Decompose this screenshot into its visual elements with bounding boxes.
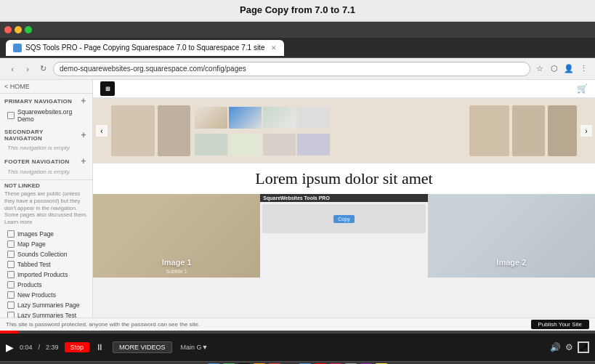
profile-icon[interactable]: 👤 (563, 63, 575, 75)
list-item[interactable]: Sounds Collection (4, 249, 88, 259)
mini-screenshot (229, 134, 262, 155)
menu-icon[interactable]: ⋮ (578, 63, 589, 75)
mini-screenshot (195, 134, 227, 155)
tab-favicon (13, 44, 22, 52)
list-item[interactable]: Lazy Summaries Test (4, 310, 88, 318)
gallery-next-button[interactable]: › (580, 125, 592, 137)
url-field[interactable]: demo-squarewebsites-org.squarespace.com/… (53, 62, 530, 76)
sidebar-item-demo[interactable]: Squarewebsites.org Demo (4, 107, 88, 124)
pause-icon[interactable]: ⏸ (95, 342, 104, 352)
tab-close-icon[interactable]: ✕ (271, 44, 277, 52)
publish-button[interactable]: Publish Your Site (531, 320, 590, 329)
window-title: Page Copy from 7.0 to 7.1 (240, 4, 355, 15)
panel-3: Image 2 (428, 194, 595, 278)
not-linked-section: NOT LINKED These pages are public (unles… (0, 179, 92, 318)
primary-nav-label: PRIMARY NAVIGATION (4, 98, 72, 105)
fullscreen-button[interactable]: ⤢ (578, 341, 589, 353)
page-icon (7, 281, 15, 288)
gallery-thumb[interactable] (512, 105, 545, 156)
video-time-total: 2:39 (46, 344, 59, 351)
list-item[interactable]: Imported Products (4, 270, 88, 280)
sqs-screenshot-area: Copy (262, 204, 425, 233)
stop-button[interactable]: Stop (65, 342, 90, 352)
tab-label: SQS Tools PRO - Page Copying Squarespace… (25, 44, 264, 52)
mini-screenshot (297, 107, 330, 129)
not-linked-header: NOT LINKED (4, 182, 88, 189)
sqs-tools-content: Copy (260, 202, 427, 278)
primary-nav-header: PRIMARY NAVIGATION + (4, 97, 88, 105)
video-progress-bar[interactable] (0, 331, 595, 333)
panel-2: SquareWebsites Tools PRO Copy (260, 194, 427, 278)
page-label: Imported Products (17, 271, 68, 278)
secondary-nav-add[interactable]: + (80, 131, 89, 139)
nav-buttons: ‹ › ↻ (6, 62, 49, 76)
footer-nav-header: FOOTER NAVIGATION + (4, 157, 88, 166)
panel-label: Image 2 (496, 258, 526, 267)
browser-actions: ☆ ⬡ 👤 ⋮ (534, 63, 589, 75)
password-notice-text: This site is password protected, anyone … (6, 321, 200, 328)
list-item[interactable]: Map Page (4, 239, 88, 249)
sidebar-item-label: Squarewebsites.org Demo (17, 108, 85, 123)
list-item[interactable]: Images Page (4, 229, 88, 239)
bookmark-icon[interactable]: ☆ (534, 63, 546, 75)
page-label: Products (17, 281, 42, 288)
mini-screenshot (195, 107, 227, 129)
hero-text: Lorem ipsum dolor sit amet (93, 163, 595, 194)
page-label: Lazy Summaries Test (17, 312, 76, 318)
mini-screenshot (263, 107, 296, 129)
copy-button[interactable]: Copy (333, 215, 354, 223)
home-button[interactable]: < HOME (0, 80, 92, 94)
more-videos-button[interactable]: MORE VIDEOS (113, 341, 172, 353)
page-label: Images Page (17, 230, 54, 238)
page-icon (7, 291, 15, 299)
list-item[interactable]: Tabbed Test (4, 259, 88, 270)
url-text: demo-squarewebsites-org.squarespace.com/… (60, 65, 246, 73)
title-bar: Page Copy from 7.0 to 7.1 (0, 0, 595, 22)
list-item[interactable]: Lazy Summaries Page (4, 300, 88, 310)
list-item[interactable]: Products (4, 280, 88, 290)
gallery-prev-button[interactable]: ‹ (96, 125, 108, 137)
page-icon (7, 312, 15, 318)
footer-nav-add[interactable]: + (79, 157, 88, 166)
back-button[interactable]: ‹ (6, 62, 19, 76)
not-linked-description: These pages are public (unless they have… (4, 190, 88, 226)
page-label: Map Page (17, 240, 46, 248)
mini-screenshots-row2 (193, 132, 466, 157)
channel-selector[interactable]: Main G▼ (181, 344, 209, 351)
page-icon (7, 261, 15, 268)
video-right-controls: 🔊 ⚙ ⤢ (550, 341, 589, 353)
volume-icon[interactable]: 🔊 (550, 342, 561, 352)
video-controls: ▶ 0:04 / 2:39 Stop ⏸ MORE VIDEOS Main G▼… (0, 331, 595, 361)
primary-nav-add[interactable]: + (79, 97, 88, 105)
video-time-separator: / (39, 344, 41, 351)
gallery-thumb[interactable] (469, 105, 509, 156)
extension-icon[interactable]: ⬡ (549, 63, 560, 75)
page-icon (7, 302, 15, 309)
cart-icon[interactable]: 🛒 (577, 84, 588, 94)
gallery-thumb[interactable] (548, 105, 577, 156)
page-icon (7, 271, 15, 278)
page-label: Sounds Collection (17, 251, 68, 258)
minimize-button[interactable] (15, 26, 22, 33)
settings-icon[interactable]: ⚙ (565, 342, 573, 352)
gallery-thumb[interactable] (158, 105, 190, 156)
page-editor: ⊞ 🛒 ‹ (93, 80, 595, 318)
not-linked-pages: Images Page Map Page Sounds Collection T… (4, 229, 88, 318)
list-item[interactable]: New Products (4, 290, 88, 300)
primary-nav-section: PRIMARY NAVIGATION + Squarewebsites.org … (0, 94, 92, 126)
page-label: New Products (17, 291, 56, 299)
tab-bar: SQS Tools PRO - Page Copying Squarespace… (0, 38, 595, 58)
mac-dock (0, 361, 595, 364)
maximize-button[interactable] (25, 26, 32, 33)
page-top-strip: ⊞ 🛒 (93, 80, 595, 98)
gallery-thumb[interactable] (111, 105, 155, 156)
secondary-nav-header: SECONDARY NAVIGATION + (4, 129, 88, 142)
password-bar: This site is password protected, anyone … (0, 318, 595, 331)
close-button[interactable] (4, 26, 12, 33)
play-pause-button[interactable]: ▶ (6, 341, 14, 353)
sqs-tools-panel: SquareWebsites Tools PRO Copy (260, 194, 427, 278)
reload-button[interactable]: ↻ (36, 62, 49, 76)
secondary-nav-section: SECONDARY NAVIGATION + This navigation i… (0, 126, 92, 154)
active-tab[interactable]: SQS Tools PRO - Page Copying Squarespace… (6, 40, 284, 56)
forward-button[interactable]: › (21, 62, 34, 76)
